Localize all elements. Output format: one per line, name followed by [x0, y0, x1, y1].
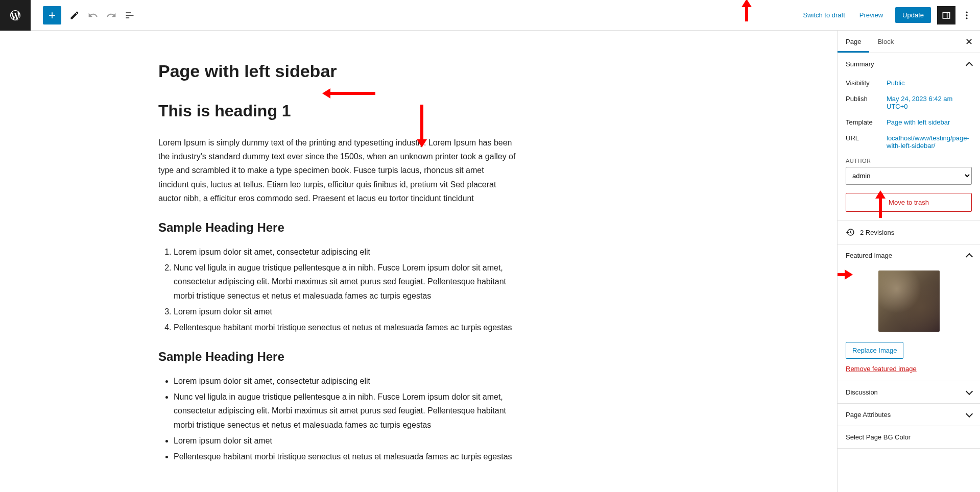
svg-point-1 [966, 14, 967, 16]
settings-sidebar: Page Block ✕ Summary Visibility Public P… [837, 31, 980, 492]
list-item[interactable]: Nunc vel ligula in augue tristique pelle… [174, 261, 516, 303]
url-value[interactable]: localhost/www/testing/page-with-left-sid… [887, 134, 972, 150]
wordpress-icon [9, 9, 21, 21]
list-item[interactable]: Lorem ipsum dolor sit amet [174, 305, 516, 318]
pencil-icon [69, 10, 80, 20]
page-attributes-panel-toggle[interactable]: Page Attributes [838, 404, 980, 426]
edit-tool-button[interactable] [65, 6, 84, 24]
featured-image-panel-toggle[interactable]: Featured image [838, 244, 980, 266]
sidebar-tabs: Page Block ✕ [838, 31, 980, 53]
preview-link[interactable]: Preview [853, 7, 889, 23]
tab-block[interactable]: Block [869, 31, 902, 53]
list-item[interactable]: Lorem ipsum dolor sit amet, consectetur … [174, 374, 516, 388]
revisions-count: 2 Revisions [860, 229, 894, 236]
chevron-down-icon [966, 410, 973, 417]
discussion-panel-toggle[interactable]: Discussion [838, 381, 980, 403]
paragraph-block[interactable]: Lorem Ipsum is simply dummy text of the … [158, 136, 516, 205]
unordered-list-block[interactable]: Lorem ipsum dolor sit amet, consectetur … [158, 374, 516, 463]
bg-color-panel-toggle[interactable]: Select Page BG Color [838, 426, 980, 448]
list-item[interactable]: Nunc vel ligula in augue tristique pelle… [174, 390, 516, 432]
svg-point-2 [966, 17, 967, 19]
options-button[interactable] [958, 6, 976, 24]
panel-title: Page Attributes [846, 411, 891, 419]
update-button[interactable]: Update [895, 7, 931, 23]
heading-2-block[interactable]: Sample Heading Here [158, 220, 516, 235]
redo-button[interactable] [102, 6, 121, 24]
panel-title: Discussion [846, 388, 878, 396]
editor-canvas[interactable]: Page with left sidebar This is heading 1… [0, 31, 837, 492]
add-block-button[interactable]: + [43, 6, 61, 24]
author-select[interactable]: admin [846, 167, 972, 185]
history-icon [846, 228, 855, 237]
page-attributes-panel: Page Attributes [838, 404, 980, 426]
visibility-value[interactable]: Public [887, 79, 972, 87]
undo-button[interactable] [84, 6, 102, 24]
heading-1-block[interactable]: This is heading 1 [158, 102, 516, 120]
top-toolbar: + Switch to draft Preview Update [0, 0, 980, 31]
summary-panel-toggle[interactable]: Summary [838, 53, 980, 75]
settings-sidebar-toggle[interactable] [937, 6, 955, 24]
switch-to-draft-link[interactable]: Switch to draft [797, 7, 851, 23]
visibility-label: Visibility [846, 79, 887, 87]
list-item[interactable]: Lorem ipsum dolor sit amet [174, 434, 516, 448]
author-label: AUTHOR [846, 158, 972, 164]
move-to-trash-button[interactable]: Move to trash [846, 193, 972, 212]
panel-title: Select Page BG Color [846, 433, 911, 441]
template-value[interactable]: Page with left sidebar [887, 118, 972, 126]
list-item[interactable]: Lorem ipsum dolor sit amet, consectetur … [174, 245, 516, 259]
chevron-up-icon [966, 61, 973, 68]
panel-title: Summary [846, 60, 874, 68]
ordered-list-block[interactable]: Lorem ipsum dolor sit amet, consectetur … [158, 245, 516, 334]
chevron-up-icon [966, 253, 973, 260]
more-vertical-icon [962, 10, 972, 20]
list-view-icon [125, 10, 135, 20]
redo-icon [106, 10, 116, 20]
featured-image-preview[interactable] [846, 266, 972, 336]
svg-point-0 [966, 11, 967, 13]
remove-featured-image-link[interactable]: Remove featured image [846, 365, 972, 373]
heading-2-block[interactable]: Sample Heading Here [158, 350, 516, 364]
close-sidebar-button[interactable]: ✕ [958, 31, 980, 53]
list-item[interactable]: Pellentesque habitant morbi tristique se… [174, 450, 516, 463]
replace-image-button[interactable]: Replace Image [846, 342, 903, 359]
panel-title: Featured image [846, 252, 892, 259]
tab-page[interactable]: Page [838, 31, 869, 53]
discussion-panel: Discussion [838, 381, 980, 404]
revisions-link[interactable]: 2 Revisions [838, 220, 980, 244]
template-label: Template [846, 118, 887, 126]
bg-color-panel: Select Page BG Color [838, 426, 980, 449]
featured-image-panel: Featured image Replace Image Remove feat… [838, 244, 980, 381]
page-title[interactable]: Page with left sidebar [158, 61, 516, 81]
publish-label: Publish [846, 95, 887, 110]
chevron-down-icon [966, 387, 973, 395]
publish-value[interactable]: May 24, 2023 6:42 am UTC+0 [887, 95, 972, 110]
sidebar-icon [941, 10, 951, 20]
document-overview-button[interactable] [121, 6, 139, 24]
summary-panel: Summary Visibility Public Publish May 24… [838, 53, 980, 220]
wordpress-logo[interactable] [0, 0, 31, 31]
url-label: URL [846, 134, 887, 150]
undo-icon [88, 10, 98, 20]
featured-image-thumbnail [878, 270, 940, 332]
list-item[interactable]: Pellentesque habitant morbi tristique se… [174, 321, 516, 334]
